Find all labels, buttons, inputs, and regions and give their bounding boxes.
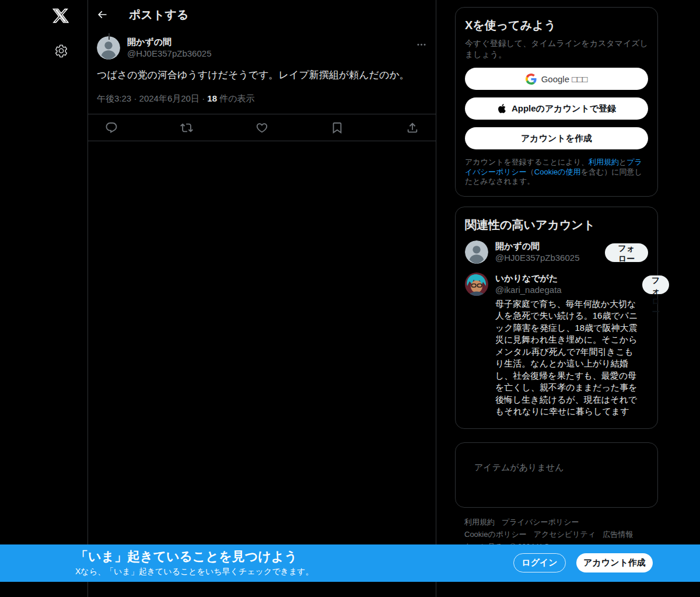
tweet-action-bar [97,114,427,141]
tweet-date: 2024年6月20日 [139,93,200,103]
separator-dot: · [134,93,136,103]
relevant-accounts-box: 関連性の高いアカウント 開かずの間 @HJ0E357pZb36025 フォロー … [455,207,658,429]
tweet: 開かずの間 @HJ0E357pZb36025 つばさの党の河合ゆうすけだそうです… [88,36,436,141]
like-icon[interactable] [251,117,273,139]
views-count: 18 [207,93,217,103]
signup-terms: アカウントを登録することにより、利用規約とプライバシーポリシー（Cookieの使… [465,158,648,187]
tweet-text: つばさの党の河合ゆうすけだそうです。レイプ新撰組が頼んだのか。 [97,68,427,82]
bookmark-icon[interactable] [326,117,348,139]
tweet-timestamp: 午後3:23 · 2024年6月20日 · 18 件の表示 [97,93,427,104]
follow-button[interactable]: フォロー [605,243,648,262]
right-sidebar: Xを使ってみよう 今すぐ登録して、タイムラインをカスタマイズしましょう。 Goo… [455,0,658,553]
google-signup-button[interactable]: Google □□□ [465,68,648,90]
account-handle: @HJ0E357pZb36025 [495,252,605,264]
tweet-display-name[interactable]: 開かずの間 [127,36,212,48]
create-account-banner-button[interactable]: アカウント作成 [576,553,653,572]
apple-signup-button[interactable]: Appleのアカウントで登録 [465,97,648,120]
footer-link-ads[interactable]: 広告情報 [603,530,633,539]
create-account-button[interactable]: アカウントを作成 [465,127,648,149]
empty-items-text: アイテムがありません [474,462,648,473]
apple-signup-label: Appleのアカウントで登録 [512,103,616,114]
page-title: ポストする [129,7,188,23]
thread-connector-line [108,33,110,40]
x-post-page: ポストする 開かずの間 @HJ0E357pZb36025 つばさの党の河合ゆうす… [0,0,700,597]
avatar-default[interactable] [97,36,120,60]
bottom-banner: 「いま」起きていることを見つけよう Xなら、「いま」起きていることをいち早くチェ… [0,544,700,582]
footer-link-cookie[interactable]: Cookieのポリシー [464,530,527,539]
x-logo-icon[interactable] [52,8,69,24]
account-row[interactable]: いかりなでがた @ikari_nadegata 母子家庭で育ち、毎年何故か大切な… [465,273,648,418]
account-bio: 母子家庭で育ち、毎年何故か大切な人を急死で失い続ける。16歳でパニック障害を発症… [495,298,642,418]
post-header: ポストする [88,0,436,29]
divider [88,141,436,141]
relevant-accounts-title: 関連性の高いアカウント [465,218,648,232]
avatar-ikari[interactable] [465,273,488,296]
terms-text: アカウントを登録することにより、 [465,158,589,166]
back-arrow-icon[interactable] [96,9,108,20]
footer-link-accessibility[interactable]: アクセシビリティ [534,530,596,539]
terms-text: （ [527,167,534,176]
signup-box: Xを使ってみよう 今すぐ登録して、タイムラインをカスタマイズしましょう。 Goo… [455,7,658,197]
settings-gear-icon[interactable] [54,44,68,58]
tweet-time: 午後3:23 [97,93,131,103]
share-icon[interactable] [401,117,424,139]
reply-icon[interactable] [100,117,123,139]
account-row[interactable]: 開かずの間 @HJ0E357pZb36025 フォロー [465,240,648,264]
retweet-icon[interactable] [176,117,198,139]
main-column: ポストする 開かずの間 @HJ0E357pZb36025 つばさの党の河合ゆうす… [88,0,436,597]
google-signup-label: Google □□□ [541,74,588,84]
terms-text: と [619,158,626,166]
empty-items-box: アイテムがありません [455,442,658,508]
login-button[interactable]: ログイン [513,553,566,572]
banner-subtitle: Xなら、「いま」起きていることをいち早くチェックできます。 [75,566,314,577]
views-label: 件の表示 [219,93,254,103]
signup-title: Xを使ってみよう [465,18,648,32]
footer-link-tos[interactable]: 利用規約 [464,518,495,526]
banner-text-block: 「いま」起きていることを見つけよう Xなら、「いま」起きていることをいち早くチェ… [75,549,314,577]
create-account-label: アカウントを作成 [521,133,592,144]
avatar-default[interactable] [465,240,488,264]
tweet-handle: @HJ0E357pZb36025 [127,48,212,60]
terms-of-service-link[interactable]: 利用規約 [589,158,619,166]
account-name[interactable]: いかりなでがた [495,273,642,284]
apple-icon [497,103,507,114]
more-menu-icon[interactable] [416,39,427,50]
left-rail [0,0,88,597]
follow-button[interactable]: フォロー [642,275,669,294]
banner-title: 「いま」起きていることを見つけよう [75,549,314,564]
signup-subtitle: 今すぐ登録して、タイムラインをカスタマイズしましょう。 [465,38,648,60]
separator-dot: · [202,93,205,103]
account-name[interactable]: 開かずの間 [495,240,605,252]
google-icon [526,74,537,85]
cookie-use-link[interactable]: Cookieの使用 [534,167,581,176]
account-handle: @ikari_nadegata [495,284,642,296]
footer-link-privacy[interactable]: プライバシーポリシー [502,518,579,526]
